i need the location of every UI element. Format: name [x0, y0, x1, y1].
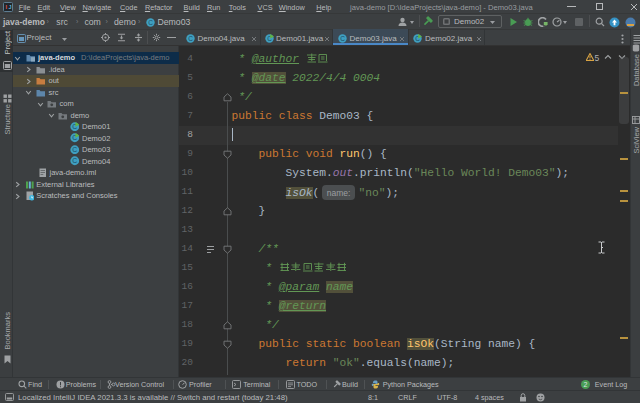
svg-text:C: C — [340, 34, 345, 41]
svg-text:C: C — [188, 34, 193, 41]
svg-text:C: C — [72, 146, 77, 153]
svg-text:C: C — [72, 157, 77, 164]
svg-text:C: C — [148, 18, 153, 25]
